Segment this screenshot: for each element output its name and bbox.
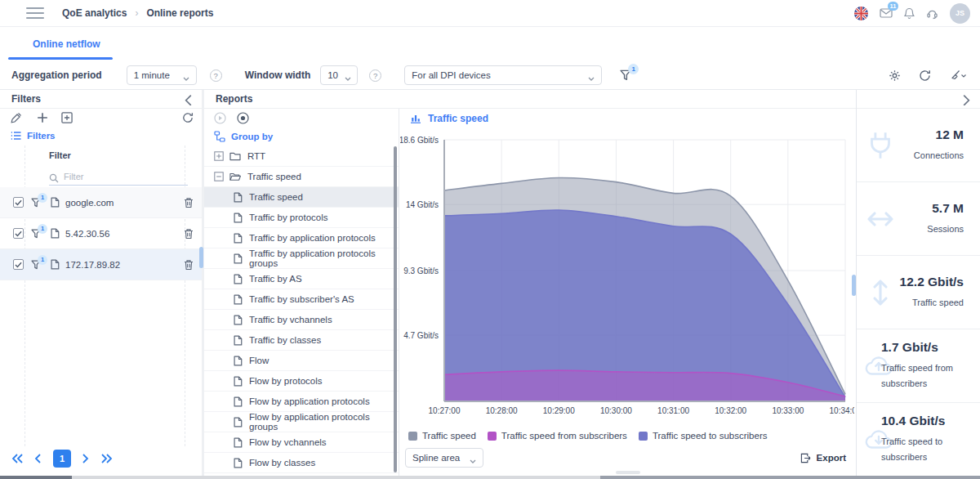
clear-broom-icon[interactable] — [949, 69, 967, 82]
metric-label: Sessions — [927, 221, 964, 237]
filters-panel-title: Filters — [11, 93, 41, 105]
expand-plus-icon[interactable] — [214, 151, 224, 161]
tree-item[interactable]: Traffic by AS — [204, 269, 399, 289]
tree-item[interactable]: Traffic by application protocols — [204, 228, 399, 248]
tree-label: Traffic by application protocols — [249, 233, 376, 243]
wand-icon[interactable] — [11, 112, 22, 123]
delete-icon[interactable] — [184, 228, 194, 239]
filter-row[interactable]: 1 google.com — [0, 187, 202, 218]
file-icon — [234, 458, 243, 468]
tree-item[interactable]: Traffic by protocols — [204, 208, 399, 228]
row-funnel-icon[interactable]: 1 — [31, 198, 41, 208]
metric-label: Traffic speed — [900, 294, 964, 311]
current-page-button[interactable]: 1 — [53, 450, 71, 468]
chart-area: Traffic speed 18.6 Gbit/s14 Gbit/s9.3 Gb… — [400, 109, 856, 476]
filter-name: 5.42.30.56 — [65, 229, 109, 239]
metric-label: Traffic speed to subscribers — [881, 433, 973, 466]
top-bar: QoE analytics › Online reports 11 — [0, 0, 980, 27]
language-flag-icon[interactable] — [854, 7, 868, 20]
legend-traffic-to-subscribers[interactable]: Traffic speed to subscribers — [639, 431, 768, 441]
tree-folder-traffic-speed[interactable]: Traffic speed — [204, 167, 399, 187]
tree-scrollbar[interactable] — [394, 146, 397, 472]
file-icon — [51, 197, 60, 208]
metric-card-connections: 12 M Connections — [857, 109, 980, 182]
tree-label: Flow by protocols — [249, 376, 322, 386]
help-icon[interactable]: ? — [210, 69, 222, 82]
play-icon[interactable] — [214, 112, 226, 124]
tree-item[interactable]: Traffic by vchannels — [204, 310, 399, 330]
tree-folder-rtt[interactable]: RTT — [204, 146, 399, 167]
chevron-down-icon — [183, 73, 189, 78]
hamburger-menu-icon[interactable] — [26, 4, 44, 22]
last-page-button[interactable] — [101, 454, 113, 463]
settings-gear-icon[interactable] — [889, 69, 901, 82]
right-panel-resize-handle[interactable] — [852, 275, 856, 296]
legend-traffic-speed[interactable]: Traffic speed — [408, 431, 476, 441]
file-icon — [234, 335, 243, 346]
svg-text:10:29:00: 10:29:00 — [543, 406, 575, 415]
export-button[interactable]: Export — [800, 453, 846, 463]
row-funnel-icon[interactable]: 1 — [31, 260, 41, 270]
tab-online-netflow[interactable]: Online netflow — [33, 38, 100, 50]
record-icon[interactable] — [237, 112, 249, 124]
mail-icon[interactable]: 11 — [880, 7, 893, 20]
filter-row[interactable]: 1 5.42.30.56 — [0, 218, 202, 249]
filters-tree-root[interactable]: Filters — [0, 128, 202, 145]
tree-item[interactable]: Flow by application protocols groups — [204, 412, 399, 432]
next-page-button[interactable] — [82, 454, 90, 463]
tree-item[interactable]: Traffic by subscriber's AS — [204, 289, 399, 310]
avatar[interactable]: JS — [950, 3, 970, 24]
collapse-right-panel-icon[interactable] — [963, 94, 970, 105]
collapse-minus-icon[interactable] — [214, 172, 224, 181]
window-width-label: Window width — [245, 69, 311, 81]
tree-item[interactable]: Flow by classes — [204, 453, 399, 473]
delete-icon[interactable] — [184, 259, 194, 271]
window-width-select[interactable]: 10 — [320, 65, 358, 85]
panel-drag-handle[interactable] — [616, 471, 640, 474]
help-icon[interactable]: ? — [369, 69, 381, 82]
tree-label: RTT — [247, 151, 265, 161]
refresh-icon[interactable] — [919, 69, 931, 82]
breadcrumb-qoe-analytics[interactable]: QoE analytics — [62, 7, 127, 19]
tree-item[interactable]: Flow by application protocols — [204, 392, 399, 412]
first-page-button[interactable] — [11, 454, 23, 463]
chart-type-select[interactable]: Spline area — [405, 448, 483, 468]
tree-label: Flow by classes — [249, 458, 315, 468]
tree-item[interactable]: Flow by protocols — [204, 371, 399, 392]
scrollbar-thumb[interactable] — [600, 476, 980, 479]
aggregation-period-select[interactable]: 1 minute — [127, 65, 197, 85]
add-filter-group-icon[interactable] — [61, 112, 73, 123]
device-filter-funnel-icon[interactable]: 1 — [620, 69, 631, 81]
legend-traffic-from-subscribers[interactable]: Traffic speed from subscribers — [488, 431, 627, 441]
prev-page-button[interactable] — [34, 454, 42, 463]
checkbox[interactable] — [13, 197, 24, 208]
filter-row[interactable]: 1 172.17.89.82 — [0, 249, 202, 280]
collapse-left-panel-icon[interactable] — [185, 94, 192, 105]
metric-label: Traffic speed from subscribers — [881, 360, 973, 392]
dpi-devices-select[interactable]: For all DPI devices — [404, 65, 602, 85]
svg-text:4.7 Gbit/s: 4.7 Gbit/s — [403, 331, 439, 340]
tree-item[interactable]: Traffic by classes — [204, 330, 399, 351]
checkbox[interactable] — [13, 228, 24, 239]
refresh-filters-icon[interactable] — [182, 112, 194, 123]
tree-item[interactable]: Flow — [204, 351, 399, 371]
reports-panel: Reports Group by — [204, 90, 856, 476]
tree-item[interactable]: Traffic by application protocols groups — [204, 248, 399, 269]
arrows-vertical-icon — [863, 275, 898, 310]
filter-search-input[interactable] — [64, 172, 170, 181]
row-funnel-icon[interactable]: 1 — [31, 229, 41, 239]
left-panel-resize-handle[interactable] — [199, 247, 203, 268]
support-icon[interactable] — [926, 7, 938, 20]
tree-item[interactable]: Flow by vchannels — [204, 432, 399, 453]
scrollbar-thumb[interactable] — [0, 476, 72, 479]
chevron-down-icon — [588, 73, 595, 78]
svg-text:10:30:00: 10:30:00 — [600, 406, 632, 415]
group-by-root[interactable]: Group by — [204, 128, 399, 146]
add-filter-icon[interactable] — [37, 112, 48, 123]
file-icon — [234, 274, 243, 284]
tree-item-traffic-speed[interactable]: Traffic speed — [204, 187, 399, 208]
delete-icon[interactable] — [184, 197, 194, 208]
svg-text:10:31:00: 10:31:00 — [657, 406, 689, 415]
bell-icon[interactable] — [904, 7, 915, 20]
checkbox[interactable] — [13, 259, 24, 270]
